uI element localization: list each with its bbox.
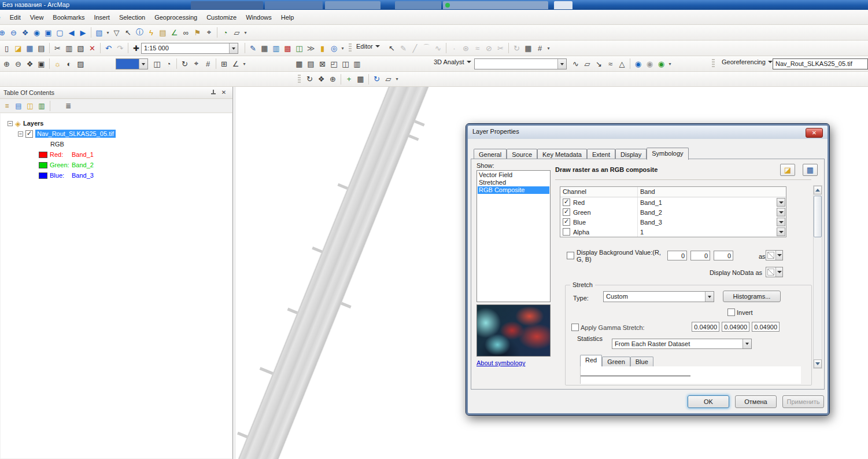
python-icon[interactable]: ≫ <box>305 42 316 54</box>
steepest-path-icon[interactable]: ↘ <box>593 58 604 69</box>
add-control-points-icon[interactable]: + <box>343 74 354 85</box>
identify-icon[interactable]: ⓘ <box>134 27 145 38</box>
open-map-icon[interactable]: ◪ <box>13 42 24 54</box>
hyperlink-icon[interactable]: ϟ <box>146 27 157 38</box>
copy-icon[interactable]: ▥ <box>64 42 75 54</box>
dropdown-arrow-icon[interactable] <box>743 339 751 348</box>
toolbar-options-icon[interactable]: ▾ <box>340 42 345 54</box>
menu-selection[interactable]: Selection <box>114 11 150 24</box>
list-by-source-icon[interactable]: ▤ <box>13 101 24 111</box>
menu-geoprocessing[interactable]: Geoprocessing <box>150 11 202 24</box>
reshape-icon[interactable]: ≈ <box>472 42 483 54</box>
redo-icon[interactable]: ↷ <box>114 42 125 54</box>
zoom-in-icon[interactable]: ⊕ <box>0 27 8 38</box>
contour-icon[interactable]: ≈ <box>605 58 616 69</box>
select-features-icon[interactable]: ▧ <box>94 27 105 38</box>
dialog-title-bar[interactable]: Layer Properties ✕ <box>468 126 828 139</box>
fixed-zoom-out-icon[interactable]: ▢ <box>54 27 65 38</box>
editor-menu-button[interactable]: Editor <box>353 41 383 52</box>
tree-node-renderer[interactable]: RGB <box>1 139 232 149</box>
scroll-down-icon[interactable] <box>814 359 822 368</box>
close-icon[interactable]: ✕ <box>220 89 228 97</box>
hist-tab-blue[interactable]: Blue <box>630 357 653 366</box>
menu-file[interactable]: File <box>0 11 5 24</box>
clear-selection-icon[interactable]: ▽ <box>111 27 122 38</box>
split-icon[interactable]: ✂ <box>495 42 506 54</box>
arctoolbox-icon[interactable]: ▩ <box>282 42 293 54</box>
pan-icon[interactable]: ❖ <box>20 27 31 38</box>
layer-visibility-checkbox[interactable] <box>25 130 33 138</box>
import-symbology-button[interactable]: ◪ <box>780 164 795 176</box>
back-extent-icon[interactable]: ◀ <box>66 27 77 38</box>
toolbar-grip[interactable] <box>349 43 352 53</box>
close-icon[interactable]: ✕ <box>806 128 823 138</box>
gamma-b-input[interactable]: 0.04900 <box>752 322 780 332</box>
toolbar-options-icon[interactable]: ▾ <box>394 74 400 85</box>
delete-icon[interactable]: ✕ <box>87 42 98 54</box>
snapping-icon[interactable]: ⊞ <box>219 58 230 69</box>
band-dropdown-button[interactable] <box>777 218 785 226</box>
cut-icon[interactable]: ✂ <box>52 42 63 54</box>
georef-zoom-icon[interactable]: ⊕ <box>327 74 338 85</box>
menu-view[interactable]: View <box>25 11 49 24</box>
band-dropdown-button[interactable] <box>777 208 785 216</box>
dropdown-arrow-icon[interactable] <box>139 59 147 69</box>
open-attribute-table-icon[interactable]: ▦ <box>294 58 305 69</box>
swipe-layer-icon[interactable]: ◫ <box>152 58 162 69</box>
time-slider-icon[interactable]: ◔ <box>220 27 231 38</box>
arcscene-globe-icon[interactable]: ◉ <box>633 58 644 69</box>
edit-vertices-icon[interactable]: ⊛ <box>460 42 471 54</box>
rotate-view-icon[interactable]: ↻ <box>179 58 190 69</box>
select-by-attributes-icon[interactable]: ▤ <box>305 58 316 69</box>
cut-polygons-icon[interactable]: ⊘ <box>483 42 494 54</box>
dropdown-arrow-icon[interactable]: ▾ <box>105 27 110 38</box>
channel-checkbox[interactable] <box>563 218 570 226</box>
transformation-icon[interactable]: ▱ <box>383 74 394 85</box>
layers-label[interactable]: Layers <box>23 120 43 127</box>
add-data-icon[interactable]: ✚ <box>131 42 142 54</box>
dropdown-arrow-icon[interactable] <box>705 292 714 302</box>
fixed-zoom-icon[interactable]: ▣ <box>36 58 47 69</box>
swap-layer-icon[interactable]: ◫ <box>340 58 351 69</box>
menu-windows[interactable]: Windows <box>241 11 276 24</box>
new-map-icon[interactable]: ▯ <box>1 42 12 54</box>
georeferencing-menu-button[interactable]: Georeferencing <box>718 57 776 67</box>
invert-checkbox[interactable] <box>727 309 735 316</box>
nodata-color-picker[interactable] <box>766 267 783 277</box>
zoom-out-icon[interactable]: ⊖ <box>8 27 19 38</box>
renderer-rgb-composite[interactable]: RGB Composite <box>478 186 549 194</box>
renderer-stretched[interactable]: Stretched <box>478 179 549 186</box>
display-background-checkbox[interactable] <box>567 252 574 259</box>
viewer-window-icon[interactable]: ▱ <box>231 27 242 38</box>
scale-combo[interactable]: 1:15 000 <box>141 43 238 54</box>
ok-button[interactable]: OK <box>688 395 729 408</box>
toc-options-icon[interactable]: ≣ <box>63 101 73 111</box>
background-g-input[interactable]: 0 <box>690 251 710 260</box>
tab-symbology[interactable]: Symbology <box>647 148 688 160</box>
contrast-icon[interactable]: ◐ <box>64 58 75 69</box>
go-to-xy-icon[interactable]: ⌖ <box>204 27 215 38</box>
hist-tab-red[interactable]: Red <box>580 355 602 366</box>
grid-icon[interactable]: # <box>202 58 213 69</box>
background-r-input[interactable]: 0 <box>667 251 687 260</box>
georef-rotate-icon[interactable]: ↻ <box>304 74 315 85</box>
toolbar-grip[interactable] <box>298 75 301 84</box>
histograms-button[interactable]: Histograms... <box>723 291 781 302</box>
rotate-icon[interactable]: ↻ <box>511 42 522 54</box>
toc-header[interactable]: Table Of Contents ✕ <box>0 87 232 99</box>
zoom-to-layer-icon[interactable]: ◰ <box>328 58 339 69</box>
view-link-table-icon[interactable]: ▦ <box>355 74 366 85</box>
measure-icon[interactable]: ∠ <box>169 27 180 38</box>
list-by-selection-icon[interactable]: ▥ <box>36 101 47 111</box>
flicker-icon[interactable]: ◔ <box>163 58 174 69</box>
about-symbology-link[interactable]: About symbology <box>477 359 525 366</box>
collapse-icon[interactable] <box>8 121 13 126</box>
stretch-type-combo[interactable]: Custom <box>603 291 714 302</box>
table-of-contents-icon[interactable]: ▦ <box>259 42 270 54</box>
dialog-scrollbar[interactable] <box>813 185 822 369</box>
model-builder-icon[interactable]: ◫ <box>294 42 305 54</box>
clear-selected-icon[interactable]: ⊠ <box>317 58 328 69</box>
sketch-properties-icon[interactable]: # <box>534 42 545 54</box>
endpoint-arc-icon[interactable]: ⌒ <box>421 42 432 54</box>
list-by-drawing-order-icon[interactable]: ≡ <box>2 101 12 111</box>
